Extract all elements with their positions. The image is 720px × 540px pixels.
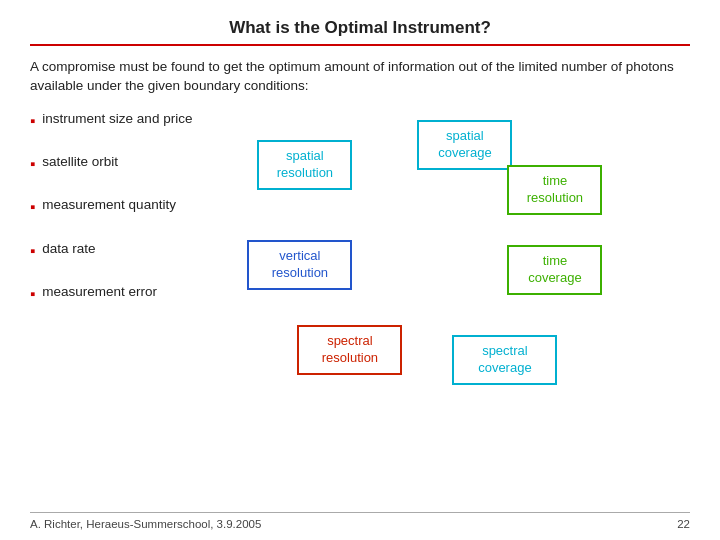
bullet-data-rate: data rate <box>30 240 192 261</box>
bullet-list: instrument size and price satellite orbi… <box>30 110 192 508</box>
footer-citation: A. Richter, Heraeus-Summerschool, 3.9.20… <box>30 518 261 530</box>
time-coverage-box: timecoverage <box>507 245 602 295</box>
footer: A. Richter, Heraeus-Summerschool, 3.9.20… <box>30 512 690 530</box>
title-divider <box>30 44 690 46</box>
vertical-resolution-box: verticalresolution <box>247 240 352 290</box>
body-text: A compromise must be found to get the op… <box>30 58 690 96</box>
bullet-measurement-error: measurement error <box>30 283 192 304</box>
spatial-resolution-box: spatialresolution <box>257 140 352 190</box>
footer-page: 22 <box>677 518 690 530</box>
bullet-measurement-quantity: measurement quantity <box>30 196 192 217</box>
bullet-satellite: satellite orbit <box>30 153 192 174</box>
spectral-coverage-box: spectralcoverage <box>452 335 557 385</box>
bullet-instrument: instrument size and price <box>30 110 192 131</box>
diagram: spatialresolution spatialcoverage timere… <box>197 110 690 508</box>
page-title: What is the Optimal Instrument? <box>30 18 690 38</box>
time-resolution-box: timeresolution <box>507 165 602 215</box>
spatial-coverage-box: spatialcoverage <box>417 120 512 170</box>
spectral-resolution-box: spectralresolution <box>297 325 402 375</box>
content-area: instrument size and price satellite orbi… <box>30 110 690 508</box>
page: What is the Optimal Instrument? A compro… <box>0 0 720 540</box>
